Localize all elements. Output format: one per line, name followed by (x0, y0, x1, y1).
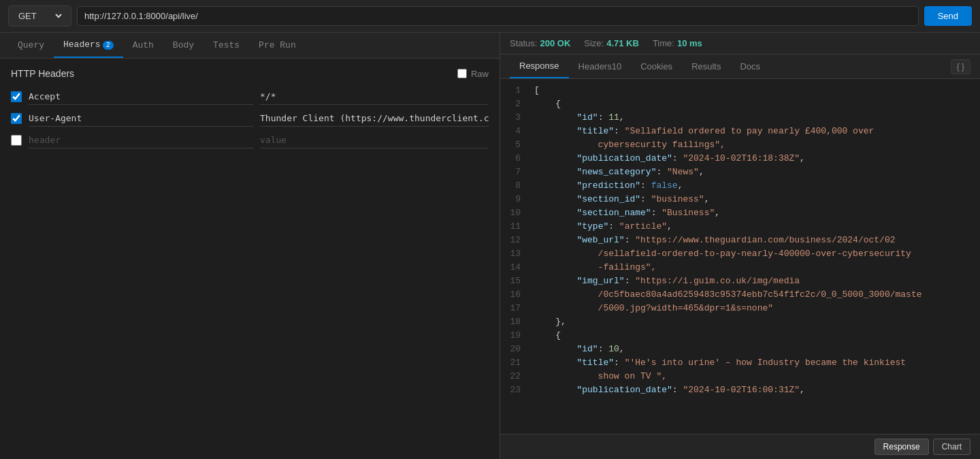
raw-label: Raw (471, 69, 489, 79)
line-8: 8 "prediction": false, (500, 180, 980, 193)
send-button[interactable]: Send (924, 6, 972, 26)
line-16: 16 /0c5fbaec80a4ad6259483c95374ebb7c54f1… (500, 289, 980, 302)
header-accept-value[interactable] (260, 89, 489, 105)
tab-response[interactable]: Response (510, 54, 569, 78)
line-20: 20 "id": 10, (500, 343, 980, 357)
top-bar: GET POST PUT DELETE Send (0, 0, 980, 33)
method-selector[interactable]: GET POST PUT DELETE (8, 5, 71, 27)
status-value: 200 OK (540, 38, 570, 48)
header-useragent-key[interactable] (29, 110, 253, 127)
tab-cookies[interactable]: Cookies (631, 55, 682, 78)
raw-row: Raw (457, 69, 489, 79)
response-status-bar: Status: 200 OK Size: 4.71 KB Time: 10 ms (500, 33, 980, 54)
line-10: 10 "section_name": "Business", (500, 207, 980, 221)
header-placeholder-value[interactable] (260, 132, 489, 148)
line-7: 7 "news_category": "News", (500, 166, 980, 180)
method-dropdown[interactable]: GET POST PUT DELETE (16, 10, 64, 22)
line-15: 15 "img_url": "https://i.guim.co.uk/img/… (500, 275, 980, 289)
bottom-chart-button[interactable]: Chart (933, 439, 970, 455)
line-4: 4 "title": "Sellafield ordered to pay ne… (500, 125, 980, 139)
status-info: Status: 200 OK (510, 38, 570, 48)
size-info: Size: 4.71 KB (584, 38, 639, 48)
header-row-accept (11, 89, 489, 105)
json-format-button[interactable]: { } (951, 59, 970, 74)
bottom-bar: Response Chart (500, 434, 980, 459)
status-label: Status: (510, 38, 537, 48)
time-value: 10 ms (677, 38, 702, 48)
line-14: 14 -failings", (500, 262, 980, 275)
tab-docs[interactable]: Docs (730, 55, 770, 78)
tab-body[interactable]: Body (163, 33, 203, 57)
tab-headers[interactable]: Headers2 (54, 33, 123, 58)
header-useragent-value[interactable] (260, 110, 489, 127)
tab-response-headers[interactable]: Headers10 (569, 55, 632, 78)
line-18: 18 }, (500, 316, 980, 330)
line-12: 12 "web_url": "https://www.theguardian.c… (500, 234, 980, 248)
line-19: 19 { (500, 330, 980, 343)
tab-prerun[interactable]: Pre Run (249, 33, 306, 57)
line-21: 21 "title": "'He's into urine' – how Ind… (500, 357, 980, 370)
headers-content: HTTP Headers Raw (0, 59, 500, 459)
raw-checkbox[interactable] (457, 69, 467, 78)
header-accept-checkbox[interactable] (11, 91, 22, 102)
time-label: Time: (653, 38, 674, 48)
request-tabs: Query Headers2 Auth Body Tests Pre Run (0, 33, 500, 59)
header-placeholder-checkbox[interactable] (11, 135, 22, 146)
header-placeholder-key[interactable] (29, 132, 253, 148)
http-headers-title: HTTP Headers (11, 68, 74, 79)
line-23: 23 "publication_date": "2024-10-02T16:00… (500, 384, 980, 398)
size-value: 4.71 KB (606, 38, 639, 48)
headers-badge: 2 (103, 41, 114, 50)
response-tabs: Response Headers10 Cookies Results Docs … (500, 54, 980, 79)
tab-tests[interactable]: Tests (203, 33, 249, 57)
header-row-placeholder (11, 132, 489, 148)
line-3: 3 "id": 11, (500, 112, 980, 125)
line-11: 11 "type": "article", (500, 221, 980, 234)
header-accept-key[interactable] (29, 89, 253, 105)
size-label: Size: (584, 38, 604, 48)
line-17: 17 /5000.jpg?width=465&dpr=1&s=none" (500, 302, 980, 316)
header-useragent-checkbox[interactable] (11, 113, 22, 124)
line-13: 13 /sellafield-ordered-to-pay-nearly-400… (500, 248, 980, 262)
main-layout: Query Headers2 Auth Body Tests Pre Run H… (0, 33, 980, 459)
headers-title-row: HTTP Headers Raw (11, 68, 489, 79)
line-9: 9 "section_id": "business", (500, 193, 980, 207)
line-5: 5 cybersecurity failings", (500, 139, 980, 153)
header-row-useragent (11, 110, 489, 127)
line-2: 2 { (500, 98, 980, 112)
left-panel: Query Headers2 Auth Body Tests Pre Run H… (0, 33, 500, 459)
right-panel: Status: 200 OK Size: 4.71 KB Time: 10 ms… (500, 33, 980, 459)
tab-results[interactable]: Results (682, 55, 730, 78)
line-22: 22 show on TV ", (500, 370, 980, 384)
line-6: 6 "publication_date": "2024-10-02T16:18:… (500, 153, 980, 166)
bottom-response-button[interactable]: Response (875, 439, 929, 455)
time-info: Time: 10 ms (653, 38, 702, 48)
json-response-content: 1 [ 2 { 3 "id": 11, 4 "title": "Sellafie… (500, 79, 980, 434)
response-headers-badge: 10 (612, 61, 621, 72)
tab-auth[interactable]: Auth (123, 33, 163, 57)
tab-query[interactable]: Query (8, 33, 54, 57)
url-input[interactable] (77, 6, 919, 26)
line-1: 1 [ (500, 84, 980, 98)
